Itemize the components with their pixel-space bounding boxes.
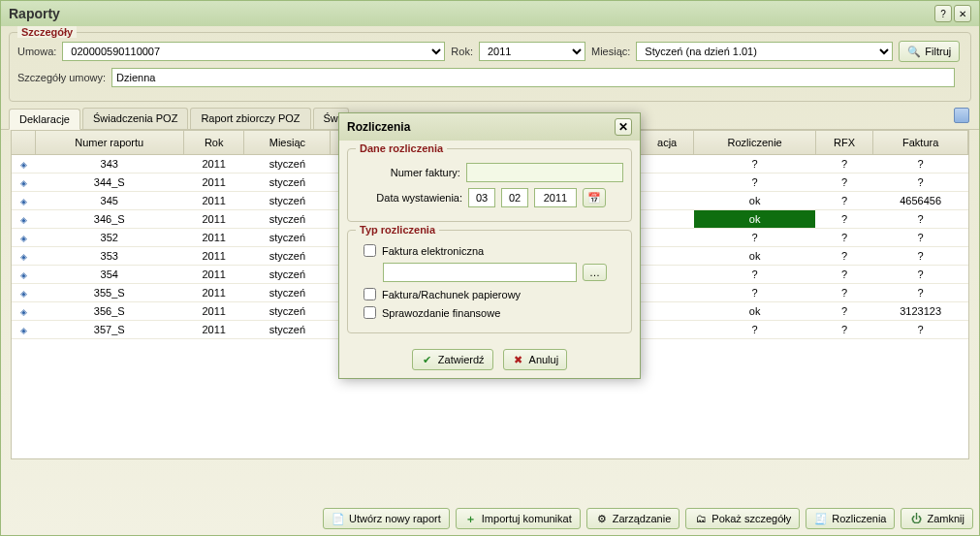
cell-miesiac: styczeń bbox=[244, 173, 331, 192]
settlements-button[interactable]: 🧾 Rozliczenia bbox=[806, 508, 895, 529]
cell-rok: 2011 bbox=[184, 173, 244, 192]
cell-acja bbox=[641, 321, 694, 339]
check-icon: ✔ bbox=[421, 353, 434, 366]
col-icon bbox=[12, 131, 35, 155]
cell-miesiac: styczeń bbox=[244, 284, 331, 302]
cell-rfx: ? bbox=[815, 210, 873, 229]
col-rfx[interactable]: RFX bbox=[815, 131, 873, 155]
col-numer[interactable]: Numer raportu bbox=[35, 131, 184, 155]
dialog-close-button[interactable]: ✕ bbox=[615, 118, 632, 136]
create-report-button[interactable]: 📄 Utwórz nowy raport bbox=[323, 508, 450, 529]
cell-rok: 2011 bbox=[184, 247, 244, 266]
col-faktura[interactable]: Faktura bbox=[873, 131, 968, 155]
month-select[interactable]: Styczeń (na dzień 1.01) bbox=[636, 42, 893, 61]
settlement-type-legend: Typ rozliczenia bbox=[356, 224, 439, 236]
row-icon: ◈ bbox=[20, 270, 27, 280]
details-legend: Szczegóły bbox=[17, 26, 77, 38]
close-window-button[interactable]: ✕ bbox=[954, 5, 971, 22]
confirm-button[interactable]: ✔ Zatwierdź bbox=[412, 349, 493, 370]
show-details-button[interactable]: 🗂 Pokaż szczegóły bbox=[685, 508, 800, 529]
filter-icon: 🔍 bbox=[907, 45, 921, 58]
tab-swiadczenia[interactable]: Świadczenia POZ bbox=[82, 108, 188, 129]
cell-rfx: ? bbox=[815, 247, 873, 266]
calendar-button[interactable]: 📅 bbox=[583, 188, 606, 207]
cell-miesiac: styczeń bbox=[244, 210, 331, 229]
cell-rfx: ? bbox=[815, 229, 873, 247]
cell-rfx: ? bbox=[815, 192, 873, 210]
browse-button[interactable]: … bbox=[583, 264, 607, 281]
cell-acja bbox=[641, 173, 694, 192]
cell-numer: 354 bbox=[35, 266, 184, 284]
col-rozliczenie[interactable]: Rozliczenie bbox=[694, 131, 815, 155]
settlement-dialog: Rozliczenia ✕ Dane rozliczenia Numer fak… bbox=[338, 112, 641, 379]
cell-acja bbox=[641, 284, 694, 302]
cell-rozliczenie: ok bbox=[694, 247, 815, 266]
settlement-data-legend: Dane rozliczenia bbox=[356, 142, 447, 154]
col-rok[interactable]: Rok bbox=[184, 131, 244, 155]
cell-rok: 2011 bbox=[184, 192, 244, 210]
col-miesiac[interactable]: Miesiąc bbox=[244, 131, 331, 155]
cell-acja bbox=[641, 192, 694, 210]
document-icon: 📄 bbox=[332, 512, 345, 525]
cell-numer: 343 bbox=[35, 155, 184, 173]
year-select[interactable]: 2011 bbox=[479, 42, 585, 61]
cell-rfx: ? bbox=[815, 321, 873, 339]
tab-raport-zbiorczy[interactable]: Raport zbiorczy POZ bbox=[190, 108, 310, 129]
filter-button[interactable]: 🔍 Filtruj bbox=[899, 41, 960, 62]
import-button[interactable]: ＋ Importuj komunikat bbox=[456, 508, 581, 529]
titlebar: Raporty ? ✕ bbox=[1, 1, 979, 26]
close-button[interactable]: ⏻ Zamknij bbox=[901, 508, 973, 529]
contract-details-input[interactable] bbox=[111, 68, 955, 87]
cell-faktura: ? bbox=[873, 173, 968, 192]
cell-numer: 346_S bbox=[35, 210, 184, 229]
cell-numer: 357_S bbox=[35, 321, 184, 339]
financial-report-label: Sprawozdanie finansowe bbox=[382, 307, 500, 319]
manage-button[interactable]: ⚙ Zarządzanie bbox=[586, 508, 680, 529]
cell-miesiac: styczeń bbox=[244, 321, 331, 339]
close-icon: ⏻ bbox=[909, 512, 923, 525]
help-button[interactable]: ? bbox=[934, 5, 952, 22]
bottom-toolbar: 📄 Utwórz nowy raport ＋ Importuj komunika… bbox=[323, 508, 973, 529]
cell-rozliczenie: ok bbox=[694, 210, 815, 229]
cell-rok: 2011 bbox=[184, 229, 244, 247]
row-icon: ◈ bbox=[20, 289, 27, 299]
contract-select[interactable]: 020000590110007 bbox=[62, 42, 445, 61]
date-year-input[interactable] bbox=[534, 188, 577, 207]
electronic-invoice-path-input bbox=[383, 263, 577, 282]
paper-invoice-checkbox[interactable] bbox=[364, 288, 376, 300]
settlement-icon: 🧾 bbox=[814, 512, 828, 525]
cell-faktura: 3123123 bbox=[873, 302, 968, 321]
tab-deklaracje[interactable]: Deklaracje bbox=[9, 109, 80, 130]
cell-miesiac: styczeń bbox=[244, 192, 331, 210]
save-icon[interactable] bbox=[954, 108, 969, 123]
cell-miesiac: styczeń bbox=[244, 229, 331, 247]
cell-miesiac: styczeń bbox=[244, 247, 331, 266]
date-day-input[interactable] bbox=[468, 188, 495, 207]
settlement-type-fieldset: Typ rozliczenia Faktura elektroniczna … … bbox=[347, 230, 632, 333]
dialog-title: Rozliczenia bbox=[347, 120, 410, 134]
cancel-icon: ✖ bbox=[512, 353, 525, 366]
cell-rozliczenie: ? bbox=[694, 155, 815, 173]
col-acja[interactable]: acja bbox=[641, 131, 694, 155]
contract-details-label: Szczegóły umowy: bbox=[17, 72, 106, 83]
date-month-input[interactable] bbox=[501, 188, 528, 207]
cell-acja bbox=[641, 302, 694, 321]
cell-rok: 2011 bbox=[184, 155, 244, 173]
cell-rozliczenie: ? bbox=[694, 284, 815, 302]
cell-rozliczenie: ok bbox=[694, 192, 815, 210]
row-icon: ◈ bbox=[20, 234, 27, 243]
electronic-invoice-checkbox[interactable] bbox=[364, 244, 376, 257]
window-title: Raporty bbox=[9, 6, 60, 21]
cell-rozliczenie: ? bbox=[694, 173, 815, 192]
cell-rok: 2011 bbox=[184, 210, 244, 229]
cell-numer: 352 bbox=[35, 229, 184, 247]
cell-rozliczenie: ? bbox=[694, 266, 815, 284]
cell-acja bbox=[641, 266, 694, 284]
cancel-button[interactable]: ✖ Anuluj bbox=[503, 349, 568, 370]
financial-report-checkbox[interactable] bbox=[364, 306, 376, 319]
invoice-input[interactable] bbox=[466, 163, 623, 182]
cell-acja bbox=[641, 155, 694, 173]
paper-invoice-label: Faktura/Rachunek papierowy bbox=[382, 289, 521, 300]
cell-rfx: ? bbox=[815, 266, 873, 284]
cell-rok: 2011 bbox=[184, 321, 244, 339]
